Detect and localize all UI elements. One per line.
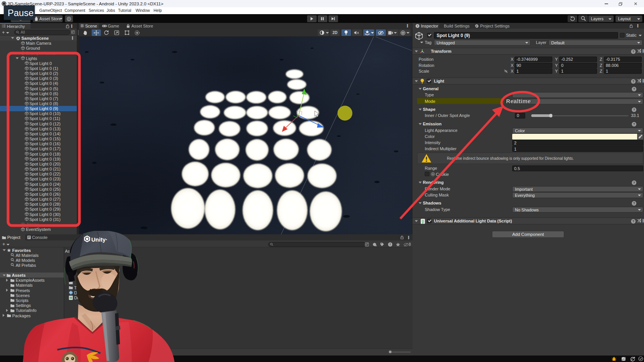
svg-text:Unity·: Unity· xyxy=(91,236,108,243)
